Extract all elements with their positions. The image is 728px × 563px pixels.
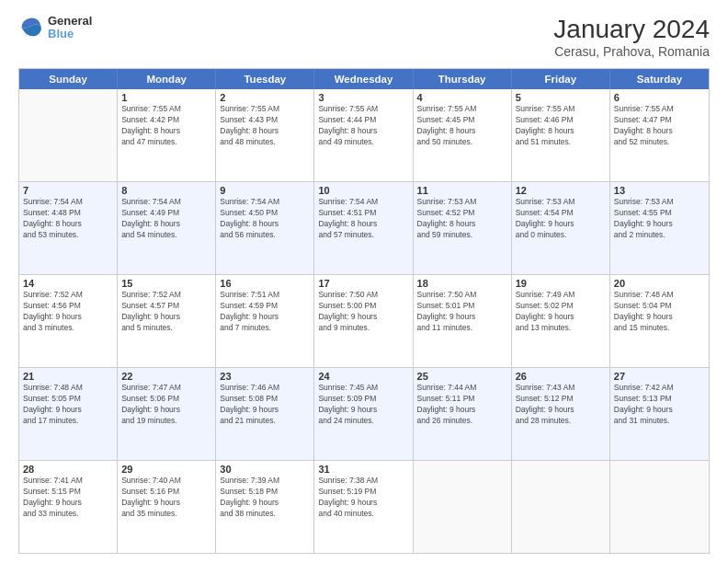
- day-info: Sunrise: 7:54 AM Sunset: 4:50 PM Dayligh…: [220, 197, 310, 241]
- logo-text: General Blue: [48, 15, 92, 41]
- day-number: 15: [121, 278, 211, 289]
- day-number: 19: [516, 278, 606, 289]
- day-info: Sunrise: 7:41 AM Sunset: 5:15 PM Dayligh…: [23, 476, 113, 520]
- day-info: Sunrise: 7:52 AM Sunset: 4:57 PM Dayligh…: [121, 290, 211, 334]
- header-cell-wednesday: Wednesday: [314, 69, 413, 89]
- header-cell-thursday: Thursday: [414, 69, 512, 89]
- header-cell-monday: Monday: [118, 69, 216, 89]
- page: General Blue January 2024 Cerasu, Prahov…: [0, 0, 728, 563]
- day-number: 26: [516, 371, 606, 382]
- calendar-cell: 9Sunrise: 7:54 AM Sunset: 4:50 PM Daylig…: [216, 182, 314, 274]
- day-info: Sunrise: 7:51 AM Sunset: 4:59 PM Dayligh…: [220, 290, 310, 334]
- calendar-cell: [414, 461, 512, 553]
- day-info: Sunrise: 7:50 AM Sunset: 5:01 PM Dayligh…: [417, 290, 507, 334]
- day-info: Sunrise: 7:44 AM Sunset: 5:11 PM Dayligh…: [417, 383, 507, 427]
- day-info: Sunrise: 7:55 AM Sunset: 4:44 PM Dayligh…: [318, 104, 408, 148]
- day-number: 20: [614, 278, 705, 289]
- calendar-cell: 14Sunrise: 7:52 AM Sunset: 4:56 PM Dayli…: [19, 275, 118, 367]
- day-number: 11: [417, 185, 507, 196]
- page-subtitle: Cerasu, Prahova, Romania: [553, 44, 710, 59]
- day-info: Sunrise: 7:53 AM Sunset: 4:54 PM Dayligh…: [516, 197, 606, 241]
- day-info: Sunrise: 7:55 AM Sunset: 4:45 PM Dayligh…: [417, 104, 507, 148]
- day-info: Sunrise: 7:42 AM Sunset: 5:13 PM Dayligh…: [614, 383, 705, 427]
- day-number: 29: [121, 464, 211, 475]
- calendar-row-3: 21Sunrise: 7:48 AM Sunset: 5:05 PM Dayli…: [19, 367, 709, 460]
- day-info: Sunrise: 7:46 AM Sunset: 5:08 PM Dayligh…: [220, 383, 310, 427]
- day-info: Sunrise: 7:54 AM Sunset: 4:48 PM Dayligh…: [23, 197, 113, 241]
- day-number: 27: [614, 371, 705, 382]
- day-number: 18: [417, 278, 507, 289]
- day-number: 2: [220, 92, 310, 103]
- day-number: 3: [318, 92, 408, 103]
- calendar-cell: 20Sunrise: 7:48 AM Sunset: 5:04 PM Dayli…: [610, 275, 709, 367]
- calendar-cell: 10Sunrise: 7:54 AM Sunset: 4:51 PM Dayli…: [314, 182, 413, 274]
- day-number: 6: [614, 92, 705, 103]
- day-info: Sunrise: 7:55 AM Sunset: 4:46 PM Dayligh…: [516, 104, 606, 148]
- day-number: 22: [121, 371, 211, 382]
- calendar-cell: 12Sunrise: 7:53 AM Sunset: 4:54 PM Dayli…: [512, 182, 610, 274]
- day-number: 17: [318, 278, 408, 289]
- day-number: 23: [220, 371, 310, 382]
- day-number: 24: [318, 371, 408, 382]
- day-info: Sunrise: 7:45 AM Sunset: 5:09 PM Dayligh…: [318, 383, 408, 427]
- day-info: Sunrise: 7:55 AM Sunset: 4:43 PM Dayligh…: [220, 104, 310, 148]
- day-number: 7: [23, 185, 113, 196]
- calendar-cell: 26Sunrise: 7:43 AM Sunset: 5:12 PM Dayli…: [512, 368, 610, 460]
- day-number: 25: [417, 371, 507, 382]
- calendar-cell: 6Sunrise: 7:55 AM Sunset: 4:47 PM Daylig…: [610, 89, 709, 181]
- day-number: 16: [220, 278, 310, 289]
- day-info: Sunrise: 7:55 AM Sunset: 4:47 PM Dayligh…: [614, 104, 705, 148]
- calendar-row-4: 28Sunrise: 7:41 AM Sunset: 5:15 PM Dayli…: [19, 460, 709, 553]
- day-number: 31: [318, 464, 408, 475]
- day-info: Sunrise: 7:48 AM Sunset: 5:05 PM Dayligh…: [23, 383, 113, 427]
- day-number: 28: [23, 464, 113, 475]
- header-cell-sunday: Sunday: [19, 69, 118, 89]
- day-info: Sunrise: 7:40 AM Sunset: 5:16 PM Dayligh…: [121, 476, 211, 520]
- day-info: Sunrise: 7:54 AM Sunset: 4:49 PM Dayligh…: [121, 197, 211, 241]
- calendar-cell: 24Sunrise: 7:45 AM Sunset: 5:09 PM Dayli…: [314, 368, 413, 460]
- calendar-cell: 25Sunrise: 7:44 AM Sunset: 5:11 PM Dayli…: [414, 368, 512, 460]
- calendar-cell: 28Sunrise: 7:41 AM Sunset: 5:15 PM Dayli…: [19, 461, 118, 553]
- logo-line2: Blue: [48, 28, 92, 40]
- day-info: Sunrise: 7:54 AM Sunset: 4:51 PM Dayligh…: [318, 197, 408, 241]
- calendar-row-2: 14Sunrise: 7:52 AM Sunset: 4:56 PM Dayli…: [19, 274, 709, 367]
- calendar-body: 1Sunrise: 7:55 AM Sunset: 4:42 PM Daylig…: [19, 89, 709, 553]
- calendar-cell: 13Sunrise: 7:53 AM Sunset: 4:55 PM Dayli…: [610, 182, 709, 274]
- calendar-row-1: 7Sunrise: 7:54 AM Sunset: 4:48 PM Daylig…: [19, 181, 709, 274]
- calendar-cell: 30Sunrise: 7:39 AM Sunset: 5:18 PM Dayli…: [216, 461, 314, 553]
- day-number: 14: [23, 278, 113, 289]
- day-number: 21: [23, 371, 113, 382]
- calendar-cell: [19, 89, 118, 181]
- day-info: Sunrise: 7:47 AM Sunset: 5:06 PM Dayligh…: [121, 383, 211, 427]
- logo: General Blue: [18, 15, 92, 41]
- calendar-cell: 19Sunrise: 7:49 AM Sunset: 5:02 PM Dayli…: [512, 275, 610, 367]
- day-number: 9: [220, 185, 310, 196]
- calendar-cell: [512, 461, 610, 553]
- calendar-cell: 18Sunrise: 7:50 AM Sunset: 5:01 PM Dayli…: [414, 275, 512, 367]
- calendar-cell: 29Sunrise: 7:40 AM Sunset: 5:16 PM Dayli…: [118, 461, 216, 553]
- calendar-cell: 1Sunrise: 7:55 AM Sunset: 4:42 PM Daylig…: [118, 89, 216, 181]
- calendar-cell: 15Sunrise: 7:52 AM Sunset: 4:57 PM Dayli…: [118, 275, 216, 367]
- day-number: 10: [318, 185, 408, 196]
- calendar-cell: 22Sunrise: 7:47 AM Sunset: 5:06 PM Dayli…: [118, 368, 216, 460]
- calendar-cell: 7Sunrise: 7:54 AM Sunset: 4:48 PM Daylig…: [19, 182, 118, 274]
- calendar-cell: 27Sunrise: 7:42 AM Sunset: 5:13 PM Dayli…: [610, 368, 709, 460]
- day-number: 13: [614, 185, 705, 196]
- day-info: Sunrise: 7:43 AM Sunset: 5:12 PM Dayligh…: [516, 383, 606, 427]
- day-info: Sunrise: 7:53 AM Sunset: 4:52 PM Dayligh…: [417, 197, 507, 241]
- calendar-cell: 3Sunrise: 7:55 AM Sunset: 4:44 PM Daylig…: [314, 89, 413, 181]
- calendar-cell: 21Sunrise: 7:48 AM Sunset: 5:05 PM Dayli…: [19, 368, 118, 460]
- calendar-cell: 17Sunrise: 7:50 AM Sunset: 5:00 PM Dayli…: [314, 275, 413, 367]
- page-title: January 2024: [553, 15, 710, 44]
- calendar-row-0: 1Sunrise: 7:55 AM Sunset: 4:42 PM Daylig…: [19, 89, 709, 181]
- header: General Blue January 2024 Cerasu, Prahov…: [18, 15, 710, 59]
- day-info: Sunrise: 7:53 AM Sunset: 4:55 PM Dayligh…: [614, 197, 705, 241]
- calendar-cell: 31Sunrise: 7:38 AM Sunset: 5:19 PM Dayli…: [314, 461, 413, 553]
- calendar-cell: 23Sunrise: 7:46 AM Sunset: 5:08 PM Dayli…: [216, 368, 314, 460]
- calendar-cell: 11Sunrise: 7:53 AM Sunset: 4:52 PM Dayli…: [414, 182, 512, 274]
- calendar-cell: 2Sunrise: 7:55 AM Sunset: 4:43 PM Daylig…: [216, 89, 314, 181]
- day-info: Sunrise: 7:49 AM Sunset: 5:02 PM Dayligh…: [516, 290, 606, 334]
- day-number: 1: [121, 92, 211, 103]
- calendar-header: SundayMondayTuesdayWednesdayThursdayFrid…: [19, 69, 709, 89]
- day-number: 12: [516, 185, 606, 196]
